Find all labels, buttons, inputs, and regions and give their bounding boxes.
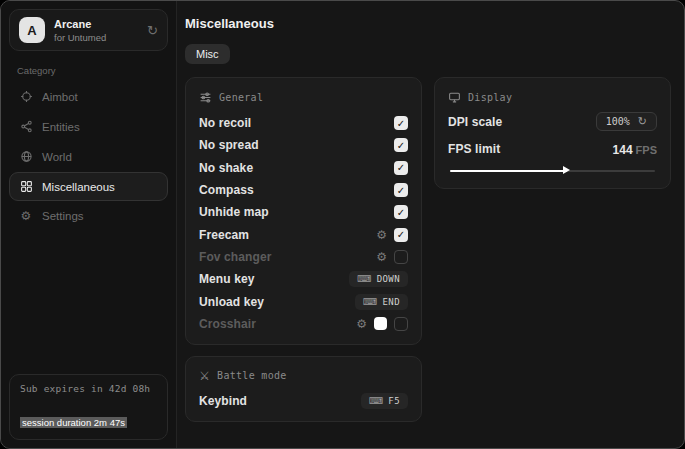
sidebar: A Arcane for Untumed ↻ Category AimbotEn… bbox=[1, 1, 177, 448]
sidebar-nav: AimbotEntitiesWorldMiscellaneous⚙Setting… bbox=[1, 81, 176, 231]
sidebar-item-label: Settings bbox=[42, 210, 84, 222]
setting-controls: ⚙ bbox=[356, 317, 408, 331]
dpi-scale-value: 100% bbox=[606, 116, 630, 127]
checkbox[interactable] bbox=[394, 138, 408, 152]
setting-controls bbox=[394, 138, 408, 152]
app-logo-card: A Arcane for Untumed ↻ bbox=[9, 9, 168, 51]
fps-limit-slider[interactable] bbox=[450, 165, 655, 176]
display-card-header: Display bbox=[448, 91, 657, 104]
swords-icon: ⚔ bbox=[199, 370, 210, 382]
color-swatch[interactable] bbox=[374, 317, 387, 330]
setting-row: Crosshair⚙ bbox=[199, 313, 408, 335]
setting-label: Fov changer bbox=[199, 250, 271, 264]
setting-controls: ⚙ bbox=[376, 250, 408, 264]
setting-row: No recoil bbox=[199, 112, 408, 134]
sidebar-item-label: Entities bbox=[42, 121, 80, 133]
battle-mode-rows: Keybind⌨F5 bbox=[199, 390, 408, 412]
dpi-scale-row: DPI scale 100% ↻ bbox=[448, 112, 657, 131]
setting-label: Keybind bbox=[199, 394, 247, 408]
keybind-button[interactable]: ⌨END bbox=[355, 294, 408, 310]
battle-mode-card: ⚔ Battle mode Keybind⌨F5 bbox=[185, 356, 422, 422]
app-subtitle: for Untumed bbox=[54, 32, 138, 43]
sidebar-item-label: Aimbot bbox=[42, 91, 78, 103]
setting-controls bbox=[394, 205, 408, 219]
general-card-header: General bbox=[199, 91, 408, 104]
main-panel: Miscellaneous Misc General No recoilNo s… bbox=[177, 1, 685, 448]
keybind-button[interactable]: ⌨DOWN bbox=[349, 271, 408, 287]
entities-icon bbox=[19, 120, 33, 133]
content-columns: General No recoilNo spreadNo shakeCompas… bbox=[185, 77, 671, 422]
sidebar-item-settings[interactable]: ⚙Settings bbox=[9, 202, 168, 230]
app-window: A Arcane for Untumed ↻ Category AimbotEn… bbox=[0, 0, 685, 449]
setting-label: No spread bbox=[199, 138, 259, 152]
setting-row: Menu key⌨DOWN bbox=[199, 268, 408, 290]
dpi-scale-label: DPI scale bbox=[448, 115, 502, 129]
setting-controls bbox=[394, 183, 408, 197]
refresh-icon[interactable]: ↻ bbox=[147, 24, 158, 37]
sidebar-item-world[interactable]: World bbox=[9, 142, 168, 171]
setting-controls: ⚙ bbox=[376, 228, 408, 242]
reset-icon[interactable]: ↻ bbox=[638, 116, 647, 127]
setting-controls: ⌨DOWN bbox=[349, 271, 408, 287]
checkbox[interactable] bbox=[394, 250, 408, 264]
battle-mode-card-header: ⚔ Battle mode bbox=[199, 370, 408, 382]
fps-limit-unit: FPS bbox=[636, 144, 657, 156]
keyboard-icon: ⌨ bbox=[363, 297, 377, 307]
sidebar-item-aimbot[interactable]: Aimbot bbox=[9, 82, 168, 111]
setting-row: Unload key⌨END bbox=[199, 290, 408, 312]
setting-label: No shake bbox=[199, 161, 253, 175]
category-label: Category bbox=[17, 65, 160, 76]
setting-row: No shake bbox=[199, 157, 408, 179]
sidebar-item-label: World bbox=[42, 151, 72, 163]
globe-icon bbox=[19, 150, 33, 163]
subscription-status-card: Sub expires in 42d 08h session duration … bbox=[9, 374, 168, 440]
checkbox[interactable] bbox=[394, 161, 408, 175]
gear-icon[interactable]: ⚙ bbox=[356, 318, 367, 330]
page-title: Miscellaneous bbox=[185, 16, 671, 31]
keyboard-icon: ⌨ bbox=[357, 274, 371, 284]
setting-row: Unhide map bbox=[199, 201, 408, 223]
checkbox[interactable] bbox=[394, 183, 408, 197]
setting-row: Fov changer⚙ bbox=[199, 246, 408, 268]
sidebar-spacer bbox=[1, 231, 176, 366]
general-card: General No recoilNo spreadNo shakeCompas… bbox=[185, 77, 422, 345]
keybind-value: DOWN bbox=[377, 274, 400, 284]
battle-mode-card-title: Battle mode bbox=[217, 370, 287, 381]
slider-fill bbox=[450, 170, 567, 173]
setting-row: Freecam⚙ bbox=[199, 223, 408, 245]
setting-label: Unload key bbox=[199, 295, 264, 309]
session-duration-text: session duration 2m 47s bbox=[20, 417, 127, 428]
setting-label: Menu key bbox=[199, 272, 255, 286]
display-card: Display DPI scale 100% ↻ FPS limit 144FP… bbox=[434, 77, 671, 189]
checkbox[interactable] bbox=[394, 116, 408, 130]
fps-limit-number: 144 bbox=[613, 143, 633, 157]
gear-icon: ⚙ bbox=[19, 210, 33, 222]
setting-controls: ⌨F5 bbox=[361, 393, 408, 409]
setting-controls: ⌨END bbox=[355, 294, 408, 310]
left-column: General No recoilNo spreadNo shakeCompas… bbox=[185, 77, 422, 422]
app-identity: Arcane for Untumed bbox=[54, 18, 138, 43]
gear-icon[interactable]: ⚙ bbox=[376, 229, 387, 241]
setting-label: No recoil bbox=[199, 116, 251, 130]
setting-label: Unhide map bbox=[199, 205, 269, 219]
right-column: Display DPI scale 100% ↻ FPS limit 144FP… bbox=[434, 77, 671, 189]
avatar: A bbox=[19, 17, 45, 43]
gear-icon[interactable]: ⚙ bbox=[376, 251, 387, 263]
checkbox[interactable] bbox=[394, 228, 408, 242]
keybind-button[interactable]: ⌨F5 bbox=[361, 393, 408, 409]
sidebar-item-entities[interactable]: Entities bbox=[9, 112, 168, 141]
checkbox[interactable] bbox=[394, 205, 408, 219]
tab-misc[interactable]: Misc bbox=[185, 44, 230, 64]
dpi-scale-input[interactable]: 100% ↻ bbox=[596, 112, 657, 131]
keybind-value: END bbox=[383, 297, 400, 307]
setting-controls bbox=[394, 116, 408, 130]
grid-icon bbox=[19, 180, 33, 193]
general-card-title: General bbox=[219, 92, 263, 103]
setting-row: Keybind⌨F5 bbox=[199, 390, 408, 412]
slider-thumb[interactable] bbox=[563, 166, 570, 174]
checkbox[interactable] bbox=[394, 317, 408, 331]
sidebar-item-label: Miscellaneous bbox=[42, 181, 115, 193]
monitor-icon bbox=[448, 91, 461, 104]
sidebar-item-miscellaneous[interactable]: Miscellaneous bbox=[9, 172, 168, 201]
fps-limit-value: 144FPS bbox=[613, 140, 657, 158]
